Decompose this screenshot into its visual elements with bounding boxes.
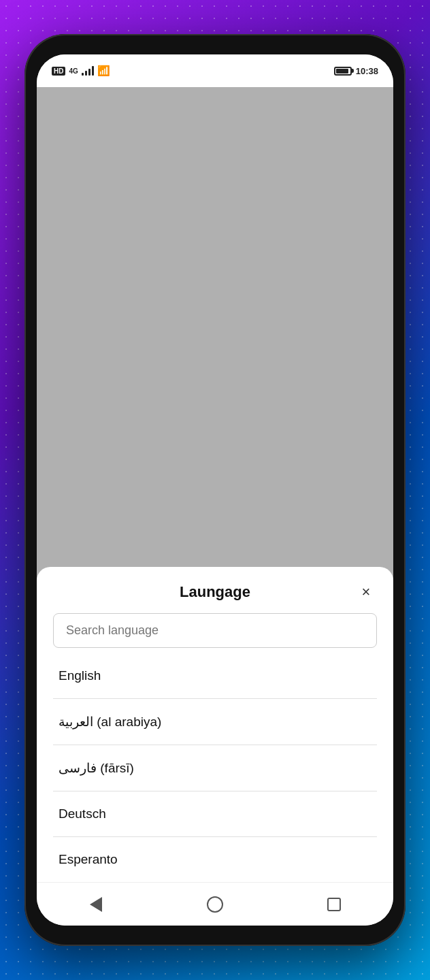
battery-icon bbox=[334, 67, 352, 76]
close-button[interactable]: × bbox=[355, 581, 377, 603]
phone-screen: HD 4G 📶 10:38 Laungage × bbox=[37, 54, 393, 926]
status-bar: HD 4G 📶 10:38 bbox=[37, 54, 393, 87]
language-item-farsi[interactable]: فارسی (fārsī) bbox=[53, 745, 377, 791]
status-left: HD 4G 📶 bbox=[52, 65, 110, 77]
wifi-icon: 📶 bbox=[97, 65, 110, 77]
back-button[interactable] bbox=[86, 895, 105, 914]
network-badge: 4G bbox=[69, 67, 78, 75]
home-icon bbox=[207, 896, 223, 913]
app-background: Laungage × English العربية (al arabiya) … bbox=[37, 87, 393, 882]
clock: 10:38 bbox=[356, 66, 378, 76]
search-input[interactable] bbox=[53, 613, 377, 648]
recents-icon bbox=[327, 898, 341, 911]
language-modal: Laungage × English العربية (al arabiya) … bbox=[37, 567, 393, 882]
signal-bars-icon bbox=[82, 66, 94, 76]
modal-header: Laungage × bbox=[53, 583, 377, 601]
language-item-deutsch[interactable]: Deutsch bbox=[53, 791, 377, 837]
language-item-english[interactable]: English bbox=[53, 653, 377, 699]
status-right: 10:38 bbox=[334, 66, 378, 76]
nav-bar bbox=[37, 882, 393, 926]
language-list: English العربية (al arabiya) فارسی (fārs… bbox=[53, 653, 377, 882]
home-button[interactable] bbox=[205, 895, 225, 914]
language-item-esperanto[interactable]: Esperanto bbox=[53, 837, 377, 882]
back-icon bbox=[90, 897, 102, 912]
language-item-arabic[interactable]: العربية (al arabiya) bbox=[53, 699, 377, 745]
hd-badge: HD bbox=[52, 67, 65, 76]
phone-frame: HD 4G 📶 10:38 Laungage × bbox=[24, 34, 406, 946]
modal-title: Laungage bbox=[180, 583, 250, 601]
recents-button[interactable] bbox=[325, 895, 344, 914]
